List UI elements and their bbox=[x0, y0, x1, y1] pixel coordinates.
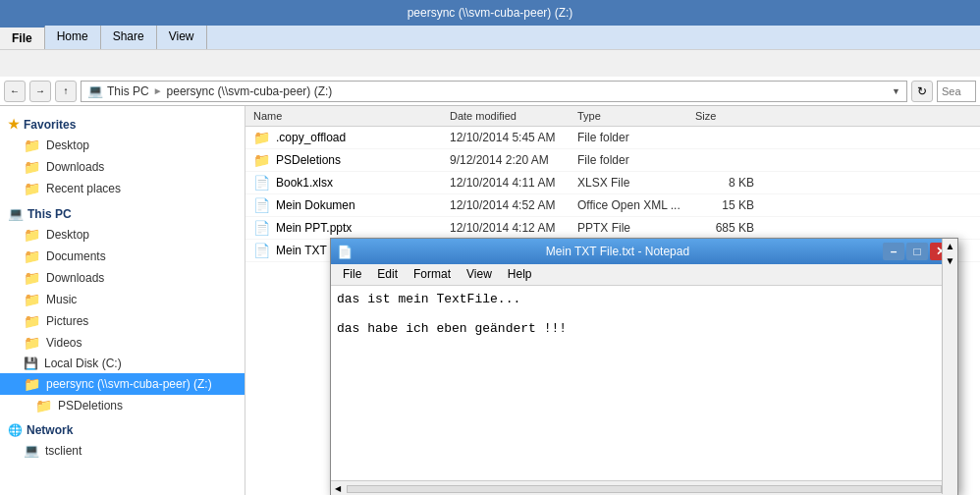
notepad-line-2 bbox=[337, 306, 952, 321]
ribbon: File Home Share View bbox=[0, 26, 980, 77]
file-name-book1: 📄 Book1.xlsx bbox=[253, 175, 450, 191]
table-row[interactable]: 📁 PSDeletions 9/12/2014 2:20 AM File fol… bbox=[245, 149, 980, 172]
file-type-1: File folder bbox=[577, 153, 695, 167]
scrollbar-up-arrow[interactable]: ▲ bbox=[943, 239, 957, 253]
favorites-label: Favorites bbox=[24, 118, 76, 132]
file-type-2: XLSX File bbox=[577, 176, 695, 190]
network-icon: 🌐 bbox=[8, 423, 23, 437]
path-dropdown-arrow[interactable]: ▼ bbox=[892, 86, 900, 96]
notepad-vertical-scrollbar[interactable]: ▲ ▼ bbox=[942, 239, 957, 494]
folder-icon-desktop-fav: 📁 bbox=[24, 138, 40, 153]
folder-icon-documents: 📁 bbox=[24, 248, 40, 264]
notepad-maximize-button[interactable]: □ bbox=[906, 243, 928, 260]
sidebar-section-favorites: ★ Favorites 📁 Desktop 📁 Downloads 📁 Rece… bbox=[0, 114, 245, 199]
sidebar-item-peersync[interactable]: 📁 peersync (\\svm-cuba-peer) (Z:) bbox=[0, 373, 245, 395]
folder-icon-downloads-fav: 📁 bbox=[24, 159, 40, 175]
sidebar-item-tsclient[interactable]: 💻 tsclient bbox=[0, 440, 245, 461]
address-path-box[interactable]: 💻 This PC ► peersync (\\svm-cuba-peer) (… bbox=[81, 81, 907, 102]
path-icon: 💻 bbox=[87, 83, 103, 98]
notepad-menu-edit[interactable]: Edit bbox=[369, 266, 406, 283]
folder-icon-peersync: 📁 bbox=[24, 376, 40, 392]
sidebar-item-downloads-pc[interactable]: 📁 Downloads bbox=[0, 267, 245, 289]
sidebar-item-recent-fav[interactable]: 📁 Recent places bbox=[0, 178, 245, 199]
folder-icon-videos: 📁 bbox=[24, 335, 40, 351]
table-row[interactable]: 📁 .copy_offload 12/10/2014 5:45 AM File … bbox=[245, 127, 980, 149]
sidebar-header-this-pc[interactable]: 💻 This PC bbox=[0, 203, 245, 224]
col-header-type[interactable]: Type bbox=[577, 110, 695, 122]
table-row[interactable]: 📄 Mein PPT.pptx 12/10/2014 4:12 AM PPTX … bbox=[245, 217, 980, 240]
scroll-left-arrow[interactable]: ◀ bbox=[331, 484, 345, 493]
sidebar-item-downloads-fav[interactable]: 📁 Downloads bbox=[0, 156, 245, 178]
sidebar-item-psdeletions-sidebar[interactable]: 📁 PSDeletions bbox=[0, 395, 245, 416]
sidebar-header-network[interactable]: 🌐 Network bbox=[0, 420, 245, 440]
back-button[interactable]: ← bbox=[4, 81, 26, 102]
folder-icon-music: 📁 bbox=[24, 292, 40, 307]
folder-icon-desktop-pc: 📁 bbox=[24, 227, 40, 243]
sidebar-item-label: Pictures bbox=[46, 314, 88, 328]
scroll-track[interactable] bbox=[347, 485, 942, 493]
file-date-0: 12/10/2014 5:45 AM bbox=[450, 131, 577, 144]
file-size-2: 8 KB bbox=[695, 176, 754, 190]
sidebar-item-label: tsclient bbox=[45, 444, 82, 458]
notepad-line-1: das ist mein TextFile... bbox=[337, 292, 952, 306]
tab-share[interactable]: Share bbox=[101, 26, 157, 49]
table-row[interactable]: 📄 Mein Dokumen 12/10/2014 4:52 AM Office… bbox=[245, 194, 980, 217]
sidebar-item-label: Desktop bbox=[46, 138, 89, 152]
notepad-window: 📄 Mein TXT File.txt - Notepad – □ ✕ File… bbox=[330, 238, 958, 495]
search-input[interactable] bbox=[937, 81, 976, 102]
sidebar-item-label: peersync (\\svm-cuba-peer) (Z:) bbox=[46, 377, 212, 391]
notepad-menu-format[interactable]: Format bbox=[406, 266, 459, 283]
pc-icon: 💻 bbox=[8, 206, 24, 221]
forward-button[interactable]: → bbox=[29, 81, 51, 102]
refresh-button[interactable]: ↻ bbox=[911, 81, 933, 102]
notepad-icon: 📄 bbox=[337, 245, 353, 259]
sidebar-item-documents[interactable]: 📁 Documents bbox=[0, 246, 245, 267]
sidebar-header-favorites[interactable]: ★ Favorites bbox=[0, 114, 245, 135]
file-date-1: 9/12/2014 2:20 AM bbox=[450, 153, 577, 167]
tab-file[interactable]: File bbox=[0, 26, 45, 49]
sidebar-item-label: Documents bbox=[46, 249, 106, 263]
notepad-title-text: Mein TXT File.txt - Notepad bbox=[353, 245, 883, 258]
file-size-4: 685 KB bbox=[695, 221, 754, 235]
sidebar-item-label: Music bbox=[46, 293, 77, 306]
folder-icon-pictures: 📁 bbox=[24, 313, 40, 329]
sidebar-item-label: Recent places bbox=[46, 182, 121, 195]
notepad-minimize-button[interactable]: – bbox=[883, 243, 904, 260]
address-bar: ← → ↑ 💻 This PC ► peersync (\\svm-cuba-p… bbox=[0, 77, 980, 106]
sidebar-item-desktop-pc[interactable]: 📁 Desktop bbox=[0, 224, 245, 246]
notepad-menu-file[interactable]: File bbox=[335, 266, 369, 283]
pc-icon-tsclient: 💻 bbox=[24, 443, 39, 458]
tab-home[interactable]: Home bbox=[45, 26, 101, 49]
sidebar-item-desktop-fav[interactable]: 📁 Desktop bbox=[0, 135, 245, 156]
scrollbar-down-arrow[interactable]: ▼ bbox=[943, 253, 957, 268]
file-size-3: 15 KB bbox=[695, 198, 754, 212]
file-name-mein-doc: 📄 Mein Dokumen bbox=[253, 197, 450, 213]
file-type-0: File folder bbox=[577, 131, 695, 144]
table-row[interactable]: 📄 Book1.xlsx 12/10/2014 4:11 AM XLSX Fil… bbox=[245, 172, 980, 194]
sidebar-item-local-disk[interactable]: 💾 Local Disk (C:) bbox=[0, 354, 245, 373]
col-header-size[interactable]: Size bbox=[695, 110, 754, 122]
notepad-menu-view[interactable]: View bbox=[459, 266, 500, 283]
file-name-psdeletions: 📁 PSDeletions bbox=[253, 152, 450, 168]
sidebar-item-label: PSDeletions bbox=[58, 399, 123, 412]
ribbon-tabs: File Home Share View bbox=[0, 26, 980, 49]
path-peersync: peersync (\\svm-cuba-peer) (Z:) bbox=[167, 84, 333, 98]
file-name-mein-ppt: 📄 Mein PPT.pptx bbox=[253, 220, 450, 236]
col-header-name[interactable]: Name bbox=[253, 110, 450, 122]
file-icon-mein-ppt: 📄 bbox=[253, 220, 270, 236]
sidebar-item-videos[interactable]: 📁 Videos bbox=[0, 332, 245, 354]
folder-icon-recent-fav: 📁 bbox=[24, 181, 40, 196]
up-button[interactable]: ↑ bbox=[55, 81, 77, 102]
sidebar-item-pictures[interactable]: 📁 Pictures bbox=[0, 310, 245, 332]
notepad-menu-help[interactable]: Help bbox=[500, 266, 540, 283]
notepad-text-area[interactable]: das ist mein TextFile... das habe ich eb… bbox=[331, 286, 957, 480]
sidebar-item-music[interactable]: 📁 Music bbox=[0, 289, 245, 310]
file-icon-mein-txt: 📄 bbox=[253, 243, 270, 258]
tab-view[interactable]: View bbox=[157, 26, 207, 49]
folder-icon-downloads-pc: 📁 bbox=[24, 270, 40, 286]
col-header-date[interactable]: Date modified bbox=[450, 110, 577, 122]
sidebar: ★ Favorites 📁 Desktop 📁 Downloads 📁 Rece… bbox=[0, 106, 245, 495]
title-text: peersync (\\svm-cuba-peer) (Z:) bbox=[408, 6, 573, 20]
file-type-3: Office Open XML ... bbox=[577, 198, 695, 212]
notepad-horizontal-scrollbar[interactable]: ◀ ▶ bbox=[331, 480, 957, 495]
